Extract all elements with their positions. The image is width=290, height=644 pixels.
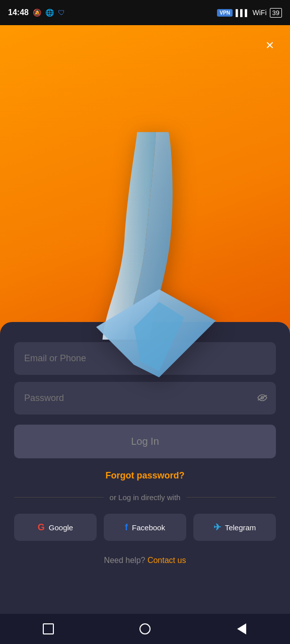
contact-us-link[interactable]: Contact us	[148, 556, 186, 565]
vpn-badge: VPN	[217, 9, 233, 17]
password-input[interactable]	[14, 382, 276, 415]
wifi-icon: WiFi	[253, 9, 267, 17]
arrow-graphic	[89, 126, 230, 377]
status-right: VPN ▌▌▌ WiFi 39	[217, 8, 282, 18]
google-icon: G	[38, 522, 45, 533]
facebook-label: Facebook	[132, 523, 165, 532]
nav-stop-button[interactable]	[38, 619, 58, 639]
google-login-button[interactable]: G Google	[14, 514, 97, 541]
divider-line-left	[14, 497, 104, 498]
help-static-text: Need help?	[104, 556, 146, 565]
shield-icon: 🛡	[58, 9, 65, 17]
status-left: 14:48 🔕 🌐 🛡	[8, 8, 65, 17]
back-icon	[237, 623, 246, 634]
stop-icon	[43, 623, 54, 634]
home-icon	[139, 623, 151, 634]
navigation-bar	[0, 614, 290, 644]
divider-text: or Log in directly with	[110, 493, 181, 502]
nav-back-button[interactable]	[232, 619, 252, 639]
close-button[interactable]: ×	[260, 35, 280, 55]
status-bar: 14:48 🔕 🌐 🛡 VPN ▌▌▌ WiFi 39	[0, 0, 290, 25]
facebook-login-button[interactable]: f Facebook	[104, 514, 186, 541]
divider-line-right	[186, 497, 276, 498]
signal-icon: ▌▌▌	[236, 9, 250, 17]
nav-home-button[interactable]	[135, 619, 155, 639]
status-time: 14:48	[8, 8, 29, 17]
telegram-icon: ✈	[213, 522, 221, 533]
facebook-icon: f	[125, 522, 128, 533]
telegram-label: Telegram	[225, 523, 256, 532]
help-text-container: Need help? Contact us	[14, 556, 276, 565]
browser-icon: 🌐	[45, 9, 54, 17]
google-label: Google	[49, 523, 73, 532]
battery-icon: 39	[270, 8, 282, 18]
orange-header: ×	[0, 25, 290, 337]
social-buttons-container: G Google f Facebook ✈ Telegram	[14, 514, 276, 541]
eye-icon[interactable]	[257, 393, 268, 404]
social-divider: or Log in directly with	[14, 493, 276, 502]
password-container	[14, 382, 276, 415]
telegram-login-button[interactable]: ✈ Telegram	[193, 514, 276, 541]
forgot-password-link[interactable]: Forgot password?	[14, 470, 276, 481]
login-button[interactable]: Log In	[14, 425, 276, 458]
notification-icon: 🔕	[33, 9, 41, 17]
